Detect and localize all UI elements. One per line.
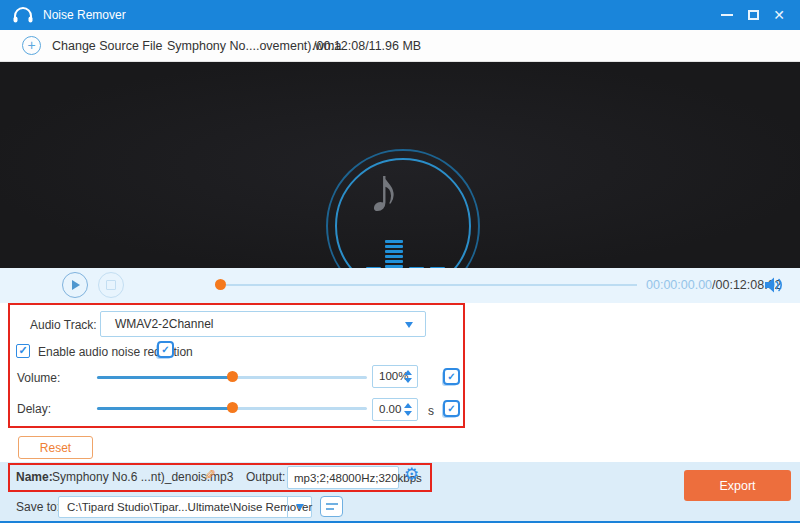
audio-track-dropdown[interactable]: WMAV2-2Channel (100, 311, 426, 337)
progress-handle[interactable] (215, 279, 226, 290)
minimize-icon (721, 14, 733, 16)
volume-speaker-icon[interactable] (764, 276, 784, 298)
edit-name-icon[interactable] (204, 467, 216, 483)
chevron-down-icon (296, 504, 304, 510)
spin-down-icon[interactable] (404, 378, 412, 383)
headphones-icon (12, 6, 34, 24)
output-format-box[interactable]: mp3;2;48000Hz;320kbps (287, 466, 399, 489)
progress-slider[interactable] (215, 279, 637, 291)
spin-up-icon[interactable] (404, 403, 412, 408)
volume-handle[interactable] (227, 371, 238, 382)
stop-button[interactable] (98, 272, 124, 298)
maximize-button[interactable] (740, 2, 766, 28)
equalizer-bars-icon (385, 240, 403, 268)
apply-to-all-icon[interactable] (443, 400, 460, 417)
chevron-down-icon (405, 322, 413, 328)
noise-reduction-checkbox[interactable] (16, 344, 30, 358)
save-to-label: Save to: (16, 500, 60, 514)
output-format-value: mp3;2;48000Hz;320kbps (294, 472, 422, 484)
save-path-combo[interactable]: C:\Tipard Studio\Tipar...Ultimate\Noise … (58, 496, 312, 518)
delay-handle[interactable] (227, 402, 238, 413)
spin-down-icon[interactable] (404, 411, 412, 416)
app-title: Noise Remover (43, 8, 126, 22)
output-label: Output: (246, 470, 285, 484)
audio-track-value: WMAV2-2Channel (115, 317, 213, 331)
volume-fill (97, 376, 232, 379)
reset-button[interactable]: Reset (18, 436, 93, 459)
audio-preview-stage (0, 62, 800, 268)
export-button[interactable]: Export (684, 470, 791, 501)
volume-slider[interactable] (97, 371, 367, 383)
window-controls (714, 2, 792, 28)
maximize-icon (748, 10, 759, 20)
delay-fill (97, 407, 232, 410)
play-button[interactable] (62, 272, 88, 298)
delay-value: 0.00 (379, 403, 401, 415)
source-file-bar: Change Source File Symphony No....ovemen… (0, 30, 800, 62)
music-note-icon (368, 158, 400, 222)
close-button[interactable] (766, 2, 792, 28)
delay-unit: s (428, 404, 434, 418)
progress-track (215, 284, 637, 286)
noise-remover-window: Noise Remover Change Source File Symphon… (0, 0, 800, 523)
source-file-meta: /00:12:08/11.96 MB (313, 39, 421, 53)
name-label: Name: (16, 470, 53, 484)
delay-label: Delay: (17, 402, 51, 416)
combo-arrow-segment[interactable] (287, 497, 311, 517)
open-folder-button[interactable] (320, 496, 343, 517)
minimize-button[interactable] (714, 2, 740, 28)
title-bar: Noise Remover (0, 0, 800, 30)
apply-to-all-icon[interactable] (443, 368, 460, 385)
audio-track-label: Audio Track: (30, 318, 97, 332)
time-elapsed: 00:00:00.00 (646, 278, 712, 292)
save-path-value: C:\Tipard Studio\Tipar...Ultimate\Noise … (67, 501, 312, 513)
delay-slider[interactable] (97, 402, 367, 414)
player-bar: 00:00:00.00/00:12:08.02 (0, 268, 800, 303)
change-source-file-button[interactable]: Change Source File (52, 39, 162, 53)
apply-to-all-icon[interactable] (157, 341, 174, 358)
time-display: 00:00:00.00/00:12:08.02 (646, 278, 782, 292)
close-icon (773, 8, 785, 22)
volume-spinner[interactable]: 100% (372, 365, 418, 388)
spin-up-icon[interactable] (404, 370, 412, 375)
volume-label: Volume: (17, 371, 60, 385)
output-settings-gear-icon[interactable] (404, 466, 419, 483)
delay-spinner[interactable]: 0.00 (372, 398, 418, 421)
add-file-icon[interactable] (22, 36, 41, 55)
